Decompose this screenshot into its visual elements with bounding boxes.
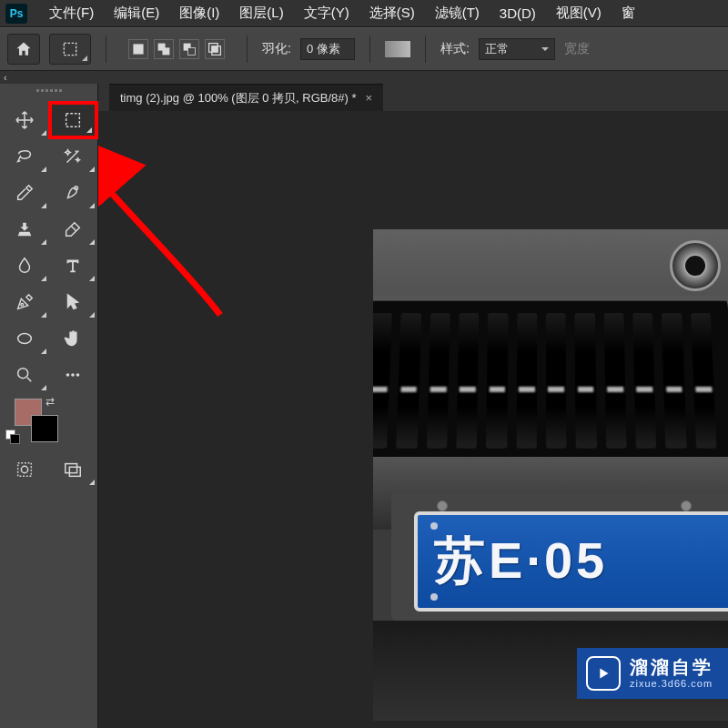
- menu-image[interactable]: 图像(I): [170, 1, 228, 25]
- svg-point-13: [17, 369, 27, 379]
- background-color[interactable]: [31, 415, 58, 442]
- watermark: 溜溜自学 zixue.3d66.com: [577, 648, 728, 699]
- workspace: ⇄ timg (2).jpg @ 100% (图层 0 拷贝, RGB/8#) …: [0, 84, 728, 728]
- screen-mode-tool[interactable]: [49, 451, 98, 488]
- separator: [369, 35, 370, 63]
- marquee-icon: [61, 40, 79, 58]
- menu-window[interactable]: 窗: [612, 1, 644, 25]
- path-selection-tool[interactable]: [49, 284, 98, 320]
- move-tool[interactable]: [0, 102, 49, 138]
- separator: [106, 35, 106, 63]
- menu-edit[interactable]: 编辑(E): [105, 1, 168, 25]
- car-grille: [373, 296, 728, 467]
- tool-preset-picker[interactable]: [49, 34, 91, 65]
- blur-tool[interactable]: [0, 248, 49, 284]
- eyedropper-tool[interactable]: [0, 175, 49, 211]
- magic-wand-tool[interactable]: [49, 138, 98, 175]
- panel-collapse-strip[interactable]: ‹‹: [0, 71, 728, 84]
- license-plate: 苏E·05: [414, 511, 728, 612]
- canvas[interactable]: 苏E·05 溜溜自学 zixue.3d66.com: [98, 111, 728, 728]
- separator: [247, 35, 248, 63]
- menu-layer[interactable]: 图层(L): [230, 1, 292, 25]
- rectangular-marquee-tool[interactable]: [49, 102, 98, 138]
- style-label: 样式:: [440, 41, 470, 57]
- document-tab-title: timg (2).jpg @ 100% (图层 0 拷贝, RGB/8#) *: [120, 90, 357, 106]
- car-emblem: [670, 240, 721, 291]
- eraser-tool[interactable]: [49, 211, 98, 248]
- selection-subtract[interactable]: [179, 39, 199, 59]
- zoom-tool[interactable]: [0, 357, 49, 393]
- ellipse-tool[interactable]: [0, 320, 49, 357]
- edit-toolbar[interactable]: [49, 357, 98, 393]
- menu-bar: Ps 文件(F) 编辑(E) 图像(I) 图层(L) 文字(Y) 选择(S) 滤…: [0, 0, 728, 27]
- app-logo: Ps: [5, 4, 27, 24]
- svg-rect-8: [212, 46, 217, 52]
- width-label: 宽度: [564, 41, 590, 57]
- svg-point-12: [17, 334, 31, 344]
- watermark-url: zixue.3d66.com: [630, 678, 713, 690]
- antialias-icon[interactable]: [385, 41, 410, 57]
- feather-label: 羽化:: [262, 41, 291, 57]
- svg-rect-5: [187, 47, 195, 55]
- svg-point-14: [66, 373, 70, 377]
- menu-filter[interactable]: 滤镜(T): [426, 1, 489, 25]
- type-tool[interactable]: [49, 248, 98, 284]
- canvas-image: 苏E·05 溜溜自学 zixue.3d66.com: [373, 229, 728, 721]
- svg-point-16: [76, 373, 80, 377]
- lasso-tool[interactable]: [0, 138, 49, 175]
- menu-type[interactable]: 文字(Y): [295, 1, 359, 25]
- healing-brush-tool[interactable]: [49, 175, 98, 211]
- home-button[interactable]: [7, 34, 40, 65]
- style-value: 正常: [485, 41, 509, 57]
- selection-new[interactable]: [128, 39, 148, 59]
- selection-add[interactable]: [154, 39, 174, 59]
- annotation-arrow: [98, 151, 248, 333]
- clone-stamp-tool[interactable]: [0, 211, 49, 248]
- selection-mode-group: [121, 39, 232, 59]
- license-plate-text: 苏E·05: [434, 527, 608, 596]
- menu-select[interactable]: 选择(S): [360, 1, 424, 25]
- menu-3d[interactable]: 3D(D): [490, 2, 545, 25]
- document-tab-bar: timg (2).jpg @ 100% (图层 0 拷贝, RGB/8#) * …: [98, 84, 728, 111]
- svg-rect-1: [133, 44, 143, 54]
- watermark-logo-icon: [586, 656, 621, 691]
- watermark-title: 溜溜自学: [630, 657, 713, 678]
- svg-rect-3: [162, 47, 169, 55]
- selection-intersect[interactable]: [205, 39, 225, 59]
- tools-panel: ⇄: [0, 84, 98, 728]
- svg-rect-9: [66, 114, 80, 127]
- swap-colors-icon[interactable]: ⇄: [46, 395, 55, 408]
- svg-point-10: [75, 187, 78, 190]
- svg-point-11: [21, 303, 24, 306]
- menu-file[interactable]: 文件(F): [40, 1, 103, 25]
- panel-grip[interactable]: [0, 89, 97, 98]
- home-icon: [15, 40, 33, 58]
- style-select[interactable]: 正常: [479, 38, 555, 60]
- svg-rect-0: [64, 43, 76, 55]
- svg-rect-19: [66, 464, 77, 473]
- collapse-chevrons-icon: ‹‹: [4, 73, 5, 83]
- quick-mask-tool[interactable]: [0, 451, 49, 488]
- feather-input[interactable]: [300, 38, 355, 60]
- svg-rect-20: [70, 467, 81, 476]
- close-icon[interactable]: ×: [366, 91, 373, 105]
- svg-rect-17: [17, 463, 31, 477]
- document-tab[interactable]: timg (2).jpg @ 100% (图层 0 拷贝, RGB/8#) * …: [109, 84, 383, 111]
- document-area: timg (2).jpg @ 100% (图层 0 拷贝, RGB/8#) * …: [98, 84, 728, 728]
- chevron-down-icon: [541, 47, 549, 55]
- default-colors-icon[interactable]: [5, 430, 18, 442]
- svg-point-18: [21, 466, 27, 472]
- menu-view[interactable]: 视图(V): [547, 1, 611, 25]
- svg-point-15: [71, 373, 75, 377]
- separator: [425, 35, 426, 63]
- color-swatches: ⇄: [0, 393, 97, 448]
- pen-tool[interactable]: [0, 284, 49, 320]
- options-bar: 羽化: 样式: 正常 宽度: [0, 27, 728, 71]
- hand-tool[interactable]: [49, 320, 98, 357]
